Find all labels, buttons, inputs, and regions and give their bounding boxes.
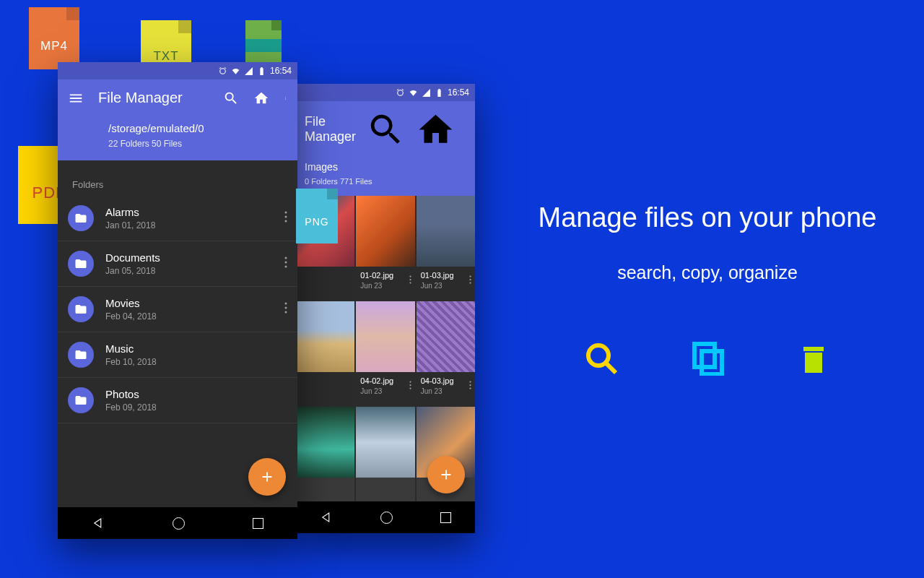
- alarm-icon: [396, 88, 405, 98]
- item-more-icon[interactable]: [469, 379, 471, 392]
- subheadline: search, copy, organize: [520, 262, 895, 283]
- folder-date: Feb 09, 2018: [105, 402, 287, 413]
- row-more-icon[interactable]: [284, 256, 287, 271]
- grid-item[interactable]: 01-02.jpgJun 23: [356, 196, 414, 300]
- folder-row[interactable]: DocumentsJan 05, 2018: [58, 241, 297, 287]
- home-nav-icon[interactable]: [173, 517, 185, 530]
- home-nav-icon[interactable]: [380, 512, 393, 524]
- svg-point-7: [469, 279, 471, 280]
- badge-mp4: MP4: [29, 7, 79, 69]
- grid-item[interactable]: [296, 407, 354, 511]
- folder-icon: [68, 251, 94, 277]
- android-nav-bar: [58, 507, 297, 539]
- path: Images: [305, 161, 466, 173]
- recent-nav-icon[interactable]: [253, 518, 263, 529]
- back-icon[interactable]: [320, 511, 333, 524]
- svg-point-5: [409, 282, 411, 283]
- more-icon[interactable]: [466, 129, 466, 130]
- android-nav-bar: [296, 501, 475, 533]
- status-time: 16:54: [270, 66, 292, 76]
- svg-point-13: [469, 384, 471, 386]
- svg-point-17: [285, 99, 286, 100]
- folder-icon: [68, 387, 94, 413]
- folder-name: Photos: [105, 388, 287, 400]
- status-time: 16:54: [448, 87, 469, 98]
- home-icon[interactable]: [253, 90, 269, 106]
- back-icon[interactable]: [92, 517, 105, 530]
- row-more-icon[interactable]: [284, 211, 287, 225]
- grid-item[interactable]: [296, 301, 354, 405]
- copy-feature-icon: [690, 341, 725, 376]
- folder-name: Alarms: [105, 206, 273, 218]
- phone-screenshot-images: 16:54 File Manager Images 0 Folders 771 …: [296, 84, 475, 533]
- app-title: File Manager: [98, 90, 209, 106]
- svg-point-24: [285, 303, 287, 305]
- svg-point-9: [409, 381, 411, 382]
- phone-screenshot-folders: 16:54 File Manager /storage/emulated/0 2…: [58, 62, 297, 539]
- folder-name: Music: [105, 342, 287, 355]
- folder-date: Jan 01, 2018: [105, 220, 273, 230]
- folder-list: Folders AlarmsJan 01, 2018 DocumentsJan …: [58, 160, 297, 423]
- grid-item[interactable]: 04-02.jpgJun 23: [356, 301, 414, 405]
- headline: Manage files on your phone: [520, 202, 895, 233]
- svg-point-23: [285, 266, 287, 268]
- svg-point-3: [409, 275, 411, 277]
- fab-add[interactable]: [248, 458, 286, 496]
- fab-add[interactable]: [427, 456, 465, 493]
- wifi-icon: [409, 88, 418, 98]
- app-title: File Manager: [305, 114, 356, 144]
- folder-name: Documents: [105, 251, 273, 264]
- svg-point-27: [588, 345, 609, 366]
- menu-icon[interactable]: [68, 90, 84, 106]
- app-bar: File Manager Images 0 Folders 771 Files: [296, 101, 475, 196]
- more-icon[interactable]: [284, 90, 287, 106]
- marketing-text: Manage files on your phone search, copy,…: [520, 202, 895, 376]
- svg-point-25: [285, 307, 287, 309]
- item-more-icon[interactable]: [409, 379, 411, 392]
- alarm-icon: [218, 66, 227, 76]
- home-icon[interactable]: [416, 110, 456, 150]
- svg-point-11: [409, 387, 411, 389]
- svg-point-15: [285, 97, 286, 98]
- svg-point-14: [469, 387, 471, 389]
- folder-date: Jan 05, 2018: [105, 266, 273, 276]
- svg-rect-31: [803, 347, 824, 351]
- svg-point-20: [285, 220, 287, 223]
- badge-png: PNG: [296, 189, 338, 243]
- folder-row[interactable]: PhotosFeb 09, 2018: [58, 378, 297, 423]
- section-label: Folders: [58, 160, 297, 196]
- folder-row[interactable]: AlarmsJan 01, 2018: [58, 196, 297, 241]
- search-icon[interactable]: [223, 90, 239, 106]
- status-bar: 16:54: [58, 62, 297, 79]
- grid-item[interactable]: [356, 407, 414, 511]
- folder-row[interactable]: MusicFeb 10, 2018: [58, 332, 297, 378]
- folder-icon: [68, 205, 94, 231]
- badge-spreadsheet: [245, 20, 282, 64]
- app-bar: File Manager /storage/emulated/0 22 Fold…: [58, 79, 297, 160]
- svg-rect-30: [702, 351, 722, 374]
- search-feature-icon: [584, 341, 619, 376]
- item-more-icon[interactable]: [409, 274, 411, 287]
- svg-point-19: [285, 216, 287, 218]
- search-icon[interactable]: [366, 110, 406, 150]
- row-more-icon[interactable]: [284, 302, 287, 316]
- svg-point-18: [285, 212, 287, 214]
- svg-point-8: [469, 282, 471, 283]
- battery-icon: [257, 66, 266, 76]
- grid-item[interactable]: 04-03.jpgJun 23: [417, 301, 475, 405]
- svg-line-28: [606, 363, 616, 373]
- svg-point-12: [469, 381, 471, 382]
- trash-feature-icon: [796, 341, 831, 376]
- svg-point-4: [409, 279, 411, 280]
- signal-icon: [422, 88, 431, 98]
- svg-point-21: [285, 257, 287, 259]
- recent-nav-icon[interactable]: [440, 512, 451, 523]
- folder-row[interactable]: MoviesFeb 04, 2018: [58, 287, 297, 332]
- item-more-icon[interactable]: [469, 274, 471, 287]
- grid-item[interactable]: 01-03.jpgJun 23: [417, 196, 475, 300]
- folder-date: Feb 10, 2018: [105, 357, 287, 367]
- signal-icon: [244, 66, 253, 76]
- svg-point-26: [285, 311, 287, 314]
- path: /storage/emulated/0: [108, 122, 287, 134]
- svg-point-10: [409, 384, 411, 386]
